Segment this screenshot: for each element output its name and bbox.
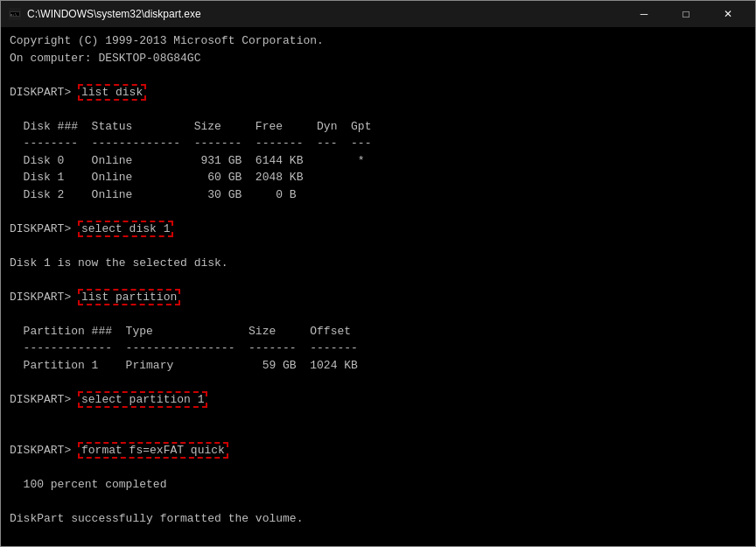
disk-sep: -------- ------------- ------- ------- -… <box>10 135 752 152</box>
terminal-line-cmd1: DISKPART> list disk <box>10 84 752 102</box>
partition-row-1: Partition 1 Primary 59 GB 1024 KB <box>10 357 752 375</box>
maximize-button[interactable]: □ <box>666 1 706 27</box>
terminal-wrapper: Copyright (C) 1999-2013 Microsoft Corpor… <box>1 27 755 546</box>
prompt: DISKPART> <box>10 291 78 304</box>
disk-header: Disk ### Status Size Free Dyn Gpt <box>10 118 752 136</box>
disk-row-2: Disk 2 Online 30 GB 0 B <box>10 186 752 204</box>
prompt: DISKPART> <box>10 444 78 457</box>
terminal-line <box>10 459 752 477</box>
window-controls: ─ □ ✕ <box>624 1 748 27</box>
close-button[interactable]: ✕ <box>708 1 748 27</box>
terminal-line <box>10 528 752 545</box>
partition-header: Partition ### Type Size Offset <box>10 323 752 340</box>
svg-text:C:\: C:\ <box>10 13 18 17</box>
terminal-line <box>10 305 752 323</box>
select-disk-result: Disk 1 is now the selected disk. <box>10 255 752 272</box>
final-prompt: DISKPART> <box>10 544 752 546</box>
prompt: DISKPART> <box>10 222 78 235</box>
terminal-body[interactable]: Copyright (C) 1999-2013 Microsoft Corpor… <box>1 27 755 546</box>
terminal-line <box>10 425 752 443</box>
terminal-line-cmd3: DISKPART> list partition <box>10 289 752 306</box>
cmd-select-disk: select disk 1 <box>78 221 173 237</box>
terminal-line <box>10 101 752 118</box>
cmd-list-disk: list disk <box>78 84 146 101</box>
prompt: DISKPART> <box>10 393 78 406</box>
format-progress: 100 percent completed <box>10 476 752 494</box>
window: C:\ C:\WINDOWS\system32\diskpart.exe ─ □… <box>0 0 756 547</box>
minimize-button[interactable]: ─ <box>624 1 664 27</box>
disk-row-0: Disk 0 Online 931 GB 6144 KB * <box>10 152 752 170</box>
terminal-line-cmd2: DISKPART> select disk 1 <box>10 221 752 238</box>
terminal-line <box>10 67 752 84</box>
terminal-line-cmd5: DISKPART> format fs=exFAT quick <box>10 442 752 459</box>
app-icon: C:\ <box>8 7 22 21</box>
disk-row-1: Disk 1 Online 60 GB 2048 KB <box>10 169 752 186</box>
terminal-line <box>10 271 752 289</box>
terminal-line <box>10 203 752 221</box>
cmd-select-partition: select partition 1 <box>78 391 207 408</box>
terminal-line <box>10 237 752 255</box>
title-bar: C:\ C:\WINDOWS\system32\diskpart.exe ─ □… <box>1 1 755 27</box>
cmd-format: format fs=exFAT quick <box>78 442 228 459</box>
cmd-list-partition: list partition <box>78 289 180 305</box>
prompt: DISKPART> <box>10 86 78 99</box>
terminal-line: On computer: DESKTOP-08G84GC <box>10 50 752 67</box>
terminal-line <box>10 374 752 391</box>
window-title: C:\WINDOWS\system32\diskpart.exe <box>27 8 624 20</box>
terminal-line: Copyright (C) 1999-2013 Microsoft Corpor… <box>10 32 752 50</box>
terminal-line-cmd4: DISKPART> select partition 1 <box>10 391 752 409</box>
terminal-line <box>10 494 752 511</box>
format-result: DiskPart successfully formatted the volu… <box>10 510 752 528</box>
terminal-line <box>10 408 752 425</box>
partition-sep: ------------- ---------------- ------- -… <box>10 340 752 357</box>
